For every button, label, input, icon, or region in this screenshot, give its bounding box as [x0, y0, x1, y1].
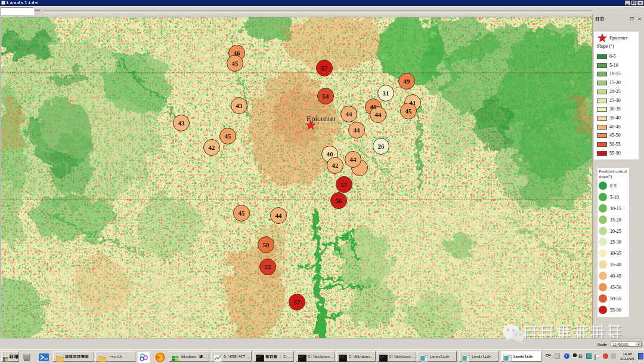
svg-text:50: 50: [263, 241, 270, 248]
svg-text:46: 46: [234, 50, 241, 57]
svg-text:45: 45: [405, 107, 413, 115]
svg-text:44: 44: [350, 156, 357, 163]
svg-text:43: 43: [178, 119, 185, 127]
svg-text:C:\: C:\: [257, 356, 262, 358]
svg-text:54: 54: [323, 93, 330, 100]
svg-text:45: 45: [232, 60, 239, 67]
svg-text:C:\: C:\: [340, 356, 345, 358]
svg-text:45: 45: [239, 210, 246, 217]
svg-text:42: 42: [332, 162, 339, 169]
svg-text:C:\: C:\: [380, 356, 385, 358]
svg-text:44: 44: [354, 127, 361, 134]
svg-text:31: 31: [383, 90, 389, 97]
svg-text:42: 42: [209, 144, 216, 151]
svg-text:57: 57: [321, 64, 329, 72]
svg-text:57: 57: [294, 299, 301, 306]
svg-text:43: 43: [236, 102, 243, 109]
svg-text:57: 57: [341, 181, 348, 188]
svg-text:26: 26: [378, 143, 385, 150]
svg-text:41: 41: [410, 99, 416, 106]
svg-text:44: 44: [275, 212, 283, 219]
svg-text:40: 40: [327, 150, 334, 158]
svg-text:49: 49: [404, 78, 411, 85]
svg-text:45: 45: [225, 133, 232, 140]
svg-text:44: 44: [375, 111, 382, 118]
svg-text:C:\: C:\: [299, 356, 304, 358]
svg-text:56: 56: [336, 197, 343, 204]
svg-text:44: 44: [346, 110, 353, 118]
svg-text:46: 46: [370, 103, 377, 110]
svg-text:55: 55: [265, 263, 272, 270]
